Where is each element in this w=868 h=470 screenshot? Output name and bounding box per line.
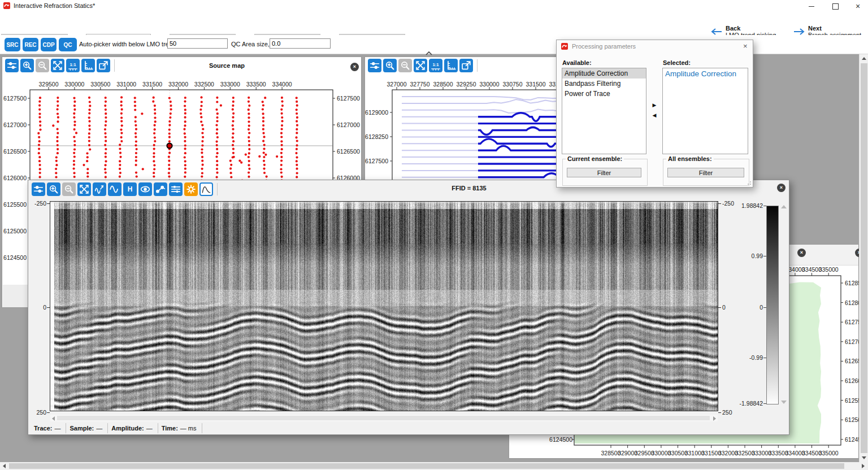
window-title: Interactive Refraction Statics*	[14, 2, 95, 9]
autopicker-input[interactable]	[167, 38, 228, 49]
colorbar-scroll-down-icon[interactable]	[781, 401, 787, 404]
source-x-tick: 333000	[218, 81, 242, 88]
available-list[interactable]: Amplitude CorrectionBandpass FilteringPo…	[562, 68, 646, 154]
available-item[interactable]: Amplitude Correction	[562, 68, 646, 79]
dialog-title: Processing parameters	[572, 43, 636, 50]
app-vscrollbar[interactable]	[859, 54, 868, 462]
gear-icon[interactable]	[184, 182, 198, 196]
zoom-in-icon[interactable]	[47, 182, 60, 196]
seismic-title: FFID = 8135	[424, 185, 514, 192]
axis-tick-mark	[47, 307, 50, 308]
scroll-right-icon[interactable]	[713, 416, 716, 421]
available-item[interactable]: Power of Trace	[562, 89, 646, 99]
pick-trace-icon[interactable]	[93, 182, 106, 196]
next-label: Next	[808, 25, 861, 32]
area-y-tick-left: 6124500	[546, 436, 572, 443]
vscroll-thumb[interactable]	[861, 63, 867, 453]
move-right-button[interactable]: ▶	[650, 101, 658, 109]
mode-button-cdp[interactable]: CDP	[41, 38, 57, 51]
status-label: Time:	[162, 425, 178, 432]
status-value: —	[146, 425, 153, 432]
picks-icon[interactable]	[154, 182, 167, 196]
seismic-image[interactable]	[50, 202, 718, 411]
restore-icon	[832, 3, 839, 10]
selected-item[interactable]: Amplitude Correction	[663, 68, 748, 79]
colorbar-tick: 1.98842	[730, 202, 763, 209]
dialog-icon	[561, 43, 568, 50]
scroll-right-icon[interactable]	[862, 464, 865, 468]
all-filter-button[interactable]: Filter	[667, 168, 744, 177]
time-tick-left: 250	[29, 409, 46, 416]
trace-adjust-icon[interactable]	[169, 182, 183, 196]
time-tick-left: 0	[29, 304, 46, 311]
source-x-tick: 329500	[36, 81, 61, 88]
close-icon: ×	[856, 2, 860, 11]
app-hscrollbar[interactable]	[0, 462, 868, 470]
current-filter-button[interactable]: Filter	[567, 168, 641, 177]
source-y-tick: 6127500	[3, 95, 27, 102]
eye-icon[interactable]	[138, 182, 152, 196]
wiggle-icon[interactable]	[108, 182, 121, 196]
spectrum-icon[interactable]	[199, 182, 213, 196]
maximize-button[interactable]	[824, 0, 847, 12]
minimize-button[interactable]	[800, 0, 823, 12]
source-x-tick: 332500	[192, 81, 216, 88]
adjust-icon[interactable]	[32, 182, 45, 196]
source-x-tick: 330500	[88, 81, 113, 88]
collapse-chevron-icon[interactable]	[424, 51, 433, 56]
zoom-out-icon[interactable]	[62, 182, 76, 196]
title-bar: Interactive Refraction Statics* ×	[0, 0, 868, 11]
axis-tick-mark	[47, 412, 50, 413]
back-label: Back	[726, 25, 776, 32]
seismic-window: H FFID = 8135 × -250-25000250250 1.98842…	[28, 180, 789, 435]
colorbar-tick: 0	[730, 304, 763, 311]
hscroll-thumb[interactable]	[9, 463, 844, 469]
receiver-y-tick: 6129000	[365, 109, 388, 116]
status-label: Amplitude:	[111, 425, 144, 432]
status-value: —	[96, 425, 102, 432]
status-label: Trace:	[34, 425, 52, 432]
seismic-close-button[interactable]: ×	[777, 184, 785, 192]
axis-tick-mark	[718, 203, 721, 204]
app-icon	[3, 2, 10, 9]
h-scale-icon[interactable]: H	[123, 182, 137, 196]
receiver-x-tick: 327750	[408, 81, 432, 88]
colorbar-scroll-up-icon[interactable]	[781, 205, 787, 208]
scroll-left-icon[interactable]	[3, 464, 6, 468]
selected-list[interactable]: Amplitude Correction	[662, 68, 748, 154]
source-y-tick: 6126000	[3, 175, 27, 181]
area-x-tick-top: 335000	[817, 266, 840, 273]
source-x-tick: 331500	[140, 81, 165, 88]
axis-tick-mark	[718, 307, 721, 308]
colorbar-tick-mark	[763, 358, 766, 358]
receiver-y-tick: 6128250	[365, 133, 388, 140]
source-y-tick-right: 6126500	[337, 148, 362, 155]
mode-button-rec[interactable]: REC	[23, 38, 38, 51]
all-ensembles-label: All ensembles:	[666, 155, 714, 162]
close-button[interactable]: ×	[847, 0, 868, 12]
receiver-x-tick: 330000	[478, 81, 501, 88]
mode-button-qc[interactable]: QC	[59, 38, 77, 51]
move-left-button[interactable]: ◀	[650, 111, 658, 119]
mode-button-src[interactable]: SRC	[5, 38, 20, 51]
scroll-down-icon[interactable]	[862, 456, 866, 459]
qc-area-input[interactable]	[270, 38, 331, 49]
source-x-tick: 333500	[244, 81, 268, 88]
resize-grip[interactable]	[747, 180, 752, 185]
scroll-up-icon[interactable]	[862, 57, 866, 60]
seismic-hscrollbar[interactable]	[50, 415, 718, 421]
receiver-x-tick: 328500	[431, 81, 455, 88]
dialog-close-button[interactable]: ×	[743, 42, 748, 50]
axis-tick-mark	[47, 203, 50, 204]
fit-icon[interactable]	[77, 182, 91, 196]
available-item[interactable]: Bandpass Filtering	[562, 79, 646, 89]
axis-tick-mark	[718, 412, 721, 413]
status-value: —	[54, 425, 60, 432]
seismic-plot-frame	[50, 201, 718, 411]
colorbar-tick-mark	[763, 256, 766, 256]
scroll-left-icon[interactable]	[52, 416, 55, 421]
status-item: Time:— ms	[158, 423, 202, 433]
receiver-x-tick: 331500	[524, 81, 548, 88]
hscroll-thumb[interactable]	[57, 416, 710, 420]
source-y-tick: 6125000	[3, 228, 27, 234]
